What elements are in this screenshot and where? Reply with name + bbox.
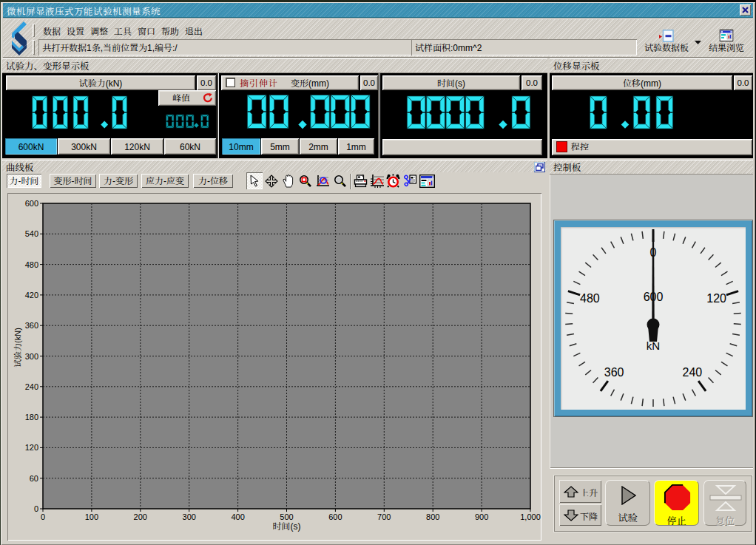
gauge-minor-tick	[621, 393, 624, 400]
status-gripper[interactable]	[33, 40, 35, 55]
databoard-button[interactable]: 试验数据板	[641, 30, 692, 53]
menu-item-5[interactable]: 窗口	[135, 24, 158, 38]
range-button-2mm[interactable]: 2mm	[300, 138, 337, 155]
y-tick-label: 480	[25, 260, 38, 269]
stop-button[interactable]: 停止	[654, 480, 699, 526]
gauge-major-tick	[568, 291, 580, 295]
databoard-label: 试验数据板	[641, 41, 692, 53]
clip-tool[interactable]	[402, 172, 418, 189]
x-tick-label: 300	[183, 512, 196, 521]
print-tool[interactable]	[352, 172, 368, 189]
gauge-minor-tick	[601, 248, 606, 254]
gauge-frame: 0120240360480600kN	[554, 220, 752, 416]
gauge-minor-tick	[721, 271, 727, 275]
displacement-label: 位移(mm)	[623, 76, 661, 89]
menu-item-7[interactable]: 退出	[182, 24, 206, 38]
panel-restore-button[interactable]	[534, 162, 545, 172]
close-button[interactable]	[740, 4, 751, 16]
extensometer-label: 摘引伸计	[240, 75, 278, 89]
gauge-minor-tick	[565, 324, 573, 325]
gauge-minor-tick	[593, 254, 598, 260]
menu-item-6[interactable]: 帮助	[158, 24, 182, 38]
program-control-indicator[interactable]	[556, 141, 567, 152]
force-display-label-bar: 试验力(kN)	[6, 75, 195, 90]
gauge-minor-tick	[732, 302, 740, 304]
program-control-bar: 程控	[552, 139, 752, 155]
curve-style-icon	[371, 175, 385, 188]
y-tick-label: 600	[25, 199, 38, 208]
gauge-minor-tick	[721, 362, 727, 365]
cursor-tool[interactable]	[246, 172, 263, 189]
tab-力-时间[interactable]: 力-时间	[7, 174, 41, 188]
curve-style-tool[interactable]	[369, 172, 385, 189]
deform-led-display	[219, 90, 378, 141]
extensometer-checkbox[interactable]	[226, 78, 235, 87]
gauge-minor-tick	[585, 370, 591, 374]
displacement-led-display	[550, 90, 753, 141]
timer-tool[interactable]	[385, 172, 401, 189]
zoom-in-tool[interactable]	[297, 172, 314, 189]
gauge-minor-tick	[732, 334, 740, 335]
hand-tool[interactable]	[280, 172, 297, 189]
gauge-minor-tick	[692, 242, 696, 248]
y-tick-label: 420	[25, 291, 38, 299]
report-tool[interactable]	[419, 172, 435, 189]
range-button-600kN[interactable]: 600kN	[5, 138, 57, 155]
dropdown-arrow-icon[interactable]	[695, 41, 701, 44]
gauge-face: 0120240360480600kN	[561, 227, 746, 410]
menu-gripper[interactable]	[33, 24, 35, 37]
gauge-minor-tick	[683, 237, 686, 243]
y-tick-label: 300	[25, 352, 38, 361]
test-button[interactable]: 试验	[605, 480, 650, 526]
displacement-panel-body: 位移(mm) 0.0 程控	[550, 73, 753, 158]
toolbar-separator	[350, 174, 351, 189]
move-tool[interactable]	[263, 172, 280, 189]
stop-octagon-icon	[664, 484, 692, 512]
menu-item-2[interactable]: 设置	[64, 24, 87, 38]
gauge-major-tick	[726, 291, 738, 295]
reset-button[interactable]: 复位	[703, 480, 746, 526]
x-tick-label: 400	[231, 512, 244, 521]
gauge-minor-tick	[642, 231, 643, 239]
menu-item-4[interactable]: 工具	[111, 24, 135, 38]
gauge-minor-tick	[573, 281, 580, 284]
x-axis-title: 时间(s)	[273, 519, 301, 532]
report-icon	[419, 175, 435, 188]
y-axis-title: 试验力(kN)	[11, 328, 23, 368]
range-button-60kN[interactable]: 60kN	[164, 138, 216, 155]
stop-label: 停止	[655, 513, 698, 527]
zoom-out-tool[interactable]	[331, 172, 348, 189]
tab-力-位移[interactable]: 力-位移	[193, 174, 233, 188]
range-button-10mm[interactable]: 10mm	[222, 138, 260, 155]
y-tick-label: 0	[34, 504, 38, 513]
reset-label: 复位	[704, 513, 746, 527]
down-button[interactable]: 下降	[559, 504, 601, 526]
cursor-icon	[249, 175, 261, 187]
x-tick-label: 1,000	[520, 512, 541, 521]
gauge-minor-tick	[692, 390, 696, 396]
peak-header[interactable]: 峰值	[158, 90, 216, 106]
gauge-minor-tick	[593, 377, 598, 382]
title-bar[interactable]: 微机屏显液压式万能试验机测量系统	[3, 3, 753, 18]
gauge-minor-tick	[611, 390, 615, 396]
gauge-minor-tick	[726, 281, 733, 284]
down-arrow-icon	[564, 510, 578, 521]
up-button[interactable]: 上升	[559, 480, 601, 503]
menu-item-3[interactable]: 调整	[87, 24, 111, 38]
time-label: 时间(s)	[437, 76, 465, 89]
range-button-5mm[interactable]: 5mm	[261, 138, 299, 155]
range-button-300kN[interactable]: 300kN	[58, 138, 110, 155]
results-button[interactable]: 结果浏览	[704, 30, 749, 53]
range-button-120kN[interactable]: 120kN	[111, 138, 163, 155]
zoom-window-tool[interactable]	[314, 172, 331, 189]
chart-widget[interactable]: 01002003004005006007008009001,0000601201…	[7, 193, 541, 541]
timer-icon	[386, 174, 400, 188]
menu-item-1[interactable]: 数据	[40, 24, 64, 38]
tab-力-变形[interactable]: 力-变形	[99, 174, 138, 188]
gauge-minor-tick	[642, 399, 643, 406]
tab-变形-时间[interactable]: 变形-时间	[50, 174, 96, 188]
reset-icon	[709, 485, 742, 512]
range-button-1mm[interactable]: 1mm	[338, 138, 374, 155]
tab-应力-应变[interactable]: 应力-应变	[141, 174, 189, 188]
peak-reset-icon[interactable]	[203, 93, 212, 103]
